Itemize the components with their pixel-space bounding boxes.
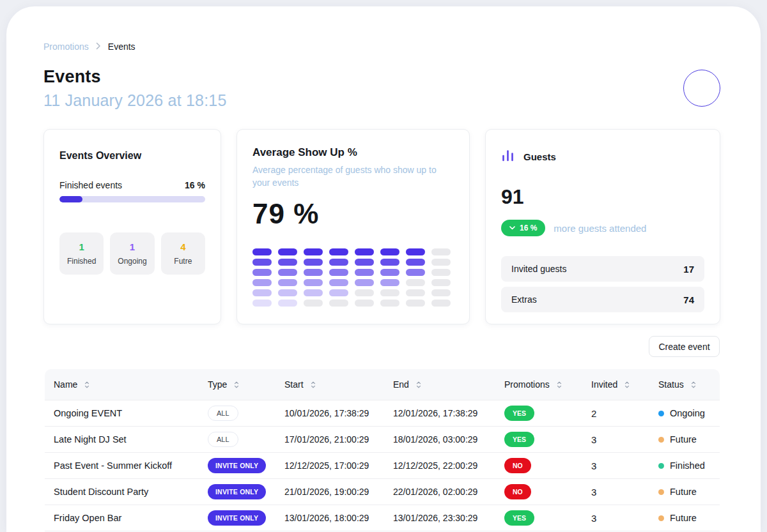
type-badge: INVITE ONLY: [208, 484, 266, 499]
event-invited: 3: [591, 487, 658, 498]
event-invited: 3: [591, 460, 658, 471]
events-table: Name Type Start End Promotions Invited: [45, 369, 720, 531]
pill-cell: [406, 259, 425, 266]
event-name: Late Night DJ Set: [45, 434, 208, 445]
event-promotions-cell: NO: [504, 484, 591, 499]
event-type-cell: INVITE ONLY: [208, 510, 284, 526]
average-showup-card: Average Show Up % Average percentage of …: [236, 129, 470, 324]
table-row[interactable]: Friday Open BarINVITE ONLY13/01/2026, 18…: [45, 505, 720, 531]
sort-icon: [83, 381, 91, 389]
pill-row: [252, 259, 454, 266]
stat-label: Ongoing: [118, 257, 146, 266]
event-type-cell: INVITE ONLY: [208, 458, 284, 473]
guests-info-row: Extras74: [501, 287, 704, 312]
pill-cell: [406, 300, 425, 307]
pill-cell: [329, 248, 348, 255]
status-label: Ongoing: [670, 408, 705, 418]
event-start: 12/12/2025, 17:00:29: [284, 460, 393, 471]
finished-events-percent: 16 %: [185, 180, 205, 190]
type-badge: INVITE ONLY: [208, 510, 266, 526]
pill-cell: [252, 269, 272, 276]
table-row[interactable]: Late Night DJ SetALL17/01/2026, 21:00:29…: [45, 427, 720, 453]
event-invited: 2: [591, 408, 658, 419]
pill-cell: [278, 269, 297, 276]
column-header-type[interactable]: Type: [208, 379, 284, 390]
stat-value: 4: [180, 241, 185, 252]
events-overview-card: Events Overview Finished events 16 % 1Fi…: [43, 129, 221, 324]
pill-row: [252, 300, 454, 307]
event-promotions-cell: YES: [504, 510, 591, 526]
pill-cell: [304, 279, 323, 286]
status-dot-icon: [658, 489, 664, 495]
breadcrumb-events: Events: [108, 42, 136, 52]
chevron-down-icon: [509, 226, 515, 230]
event-name: Past Event - Summer Kickoff: [45, 460, 208, 471]
stats-cards-row: Events Overview Finished events 16 % 1Fi…: [43, 129, 720, 324]
page-head: Events 11 January 2026 at 18:15: [43, 67, 227, 110]
overview-progress-fill: [59, 196, 82, 202]
guests-info-row: Invited guests17: [501, 256, 704, 282]
event-invited: 3: [591, 434, 658, 445]
pill-cell: [252, 279, 272, 286]
stat-label: Finished: [67, 257, 96, 266]
status-dot-icon: [658, 437, 664, 443]
column-header-promotions[interactable]: Promotions: [504, 379, 591, 390]
pill-cell: [431, 279, 451, 286]
sort-icon: [415, 381, 422, 389]
events-overview-title: Events Overview: [59, 150, 205, 162]
event-name: Ongoing EVENT: [45, 408, 208, 418]
page-title: Events: [43, 67, 227, 87]
guests-card: Guests 91 16 % more guests attended Invi…: [485, 129, 720, 324]
pill-cell: [406, 289, 425, 296]
event-end: 13/01/2026, 23:30:29: [393, 513, 504, 523]
column-header-start[interactable]: Start: [284, 379, 393, 390]
breadcrumb-promotions-link[interactable]: Promotions: [43, 42, 89, 52]
status-label: Future: [670, 434, 697, 445]
event-name: Friday Open Bar: [45, 513, 208, 523]
event-status-cell: Future: [658, 513, 720, 523]
column-header-status[interactable]: Status: [658, 379, 720, 390]
page-subtitle: 11 January 2026 at 18:15: [43, 91, 227, 110]
type-badge: ALL: [208, 432, 238, 447]
pill-cell: [406, 248, 425, 255]
pill-cell: [252, 289, 272, 296]
info-value: 74: [683, 294, 694, 305]
column-header-end[interactable]: End: [393, 379, 504, 390]
guests-percent-badge: 16 %: [501, 220, 545, 236]
pill-cell: [431, 300, 451, 307]
create-event-button[interactable]: Create event: [649, 336, 720, 357]
chevron-right-icon: [96, 42, 101, 52]
finished-events-progress-track: [59, 196, 205, 202]
guests-badge-row: 16 % more guests attended: [501, 220, 704, 236]
table-row[interactable]: Past Event - Summer KickoffINVITE ONLY12…: [45, 453, 720, 479]
event-promotions-cell: YES: [504, 432, 591, 447]
event-end: 18/01/2026, 03:00:29: [393, 434, 504, 445]
event-invited: 3: [591, 513, 658, 524]
event-start: 21/01/2026, 19:00:29: [284, 487, 393, 497]
table-row[interactable]: Ongoing EVENTALL10/01/2026, 17:38:2912/0…: [45, 400, 720, 427]
event-end: 12/12/2025, 22:00:29: [393, 460, 504, 471]
promotions-badge: YES: [504, 406, 534, 421]
sort-icon: [555, 381, 563, 389]
pill-cell: [329, 279, 348, 286]
sort-icon: [309, 381, 317, 389]
avatar[interactable]: [683, 70, 720, 107]
info-value: 17: [683, 264, 694, 275]
event-type-cell: ALL: [208, 406, 284, 421]
column-header-invited[interactable]: Invited: [591, 379, 658, 390]
pill-cell: [355, 289, 374, 296]
pill-cell: [304, 269, 323, 276]
table-header-row: Name Type Start End Promotions Invited: [45, 369, 720, 400]
guests-header: Guests: [501, 149, 704, 165]
table-row[interactable]: Student Discount PartyINVITE ONLY21/01/2…: [45, 479, 720, 505]
column-header-name[interactable]: Name: [45, 379, 208, 390]
event-end: 22/01/2026, 02:00:29: [393, 487, 504, 497]
pill-cell: [355, 248, 374, 255]
bar-chart-icon: [501, 149, 515, 165]
promotions-badge: NO: [504, 484, 531, 499]
showup-subtitle: Average percentage of guests who show up…: [252, 163, 448, 189]
stat-label: Futre: [174, 257, 192, 266]
guests-percent-value: 16 %: [520, 224, 537, 232]
pill-cell: [252, 259, 272, 266]
pill-cell: [431, 248, 451, 255]
